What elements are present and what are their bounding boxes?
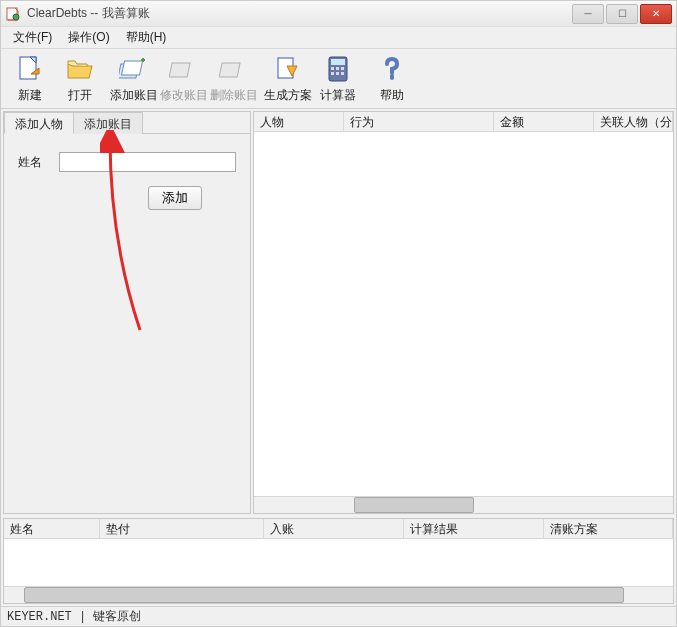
maximize-button[interactable]: ☐ [606, 4, 638, 24]
svg-rect-14 [336, 67, 339, 70]
bcol-name[interactable]: 姓名 [4, 519, 100, 538]
menu-action[interactable]: 操作(O) [60, 27, 117, 48]
add-entry-icon [118, 53, 150, 85]
right-grid-body [254, 132, 673, 496]
generate-plan-icon [272, 53, 304, 85]
svg-rect-8 [219, 63, 240, 77]
statusbar: KEYER.NET | 键客原创 [1, 606, 676, 626]
app-icon [5, 6, 21, 22]
open-icon [64, 53, 96, 85]
svg-rect-15 [341, 67, 344, 70]
bcol-result[interactable]: 计算结果 [404, 519, 544, 538]
svg-rect-7 [169, 63, 190, 77]
close-button[interactable]: ✕ [640, 4, 672, 24]
right-panel: 人物 行为 金额 关联人物（分 [253, 111, 674, 514]
tabstrip: 添加人物 添加账目 [4, 112, 250, 134]
tab-add-entry[interactable]: 添加账目 [73, 112, 143, 134]
delete-entry-button[interactable]: 删除账目 [209, 51, 258, 106]
edit-entry-icon [168, 53, 200, 85]
svg-rect-18 [341, 72, 344, 75]
bcol-plan[interactable]: 清账方案 [544, 519, 673, 538]
bottom-grid: 姓名 垫付 入账 计算结果 清账方案 [3, 518, 674, 604]
bottom-hscroll[interactable] [4, 586, 673, 603]
new-button[interactable]: 新建 [5, 51, 54, 106]
svg-rect-17 [336, 72, 339, 75]
bottom-grid-body [4, 539, 673, 586]
bcol-paid[interactable]: 垫付 [100, 519, 264, 538]
col-person[interactable]: 人物 [254, 112, 344, 131]
svg-point-1 [13, 14, 19, 20]
help-icon [376, 53, 408, 85]
svg-rect-12 [331, 59, 345, 65]
left-panel: 添加人物 添加账目 姓名 添加 [3, 111, 251, 514]
bottom-grid-header: 姓名 垫付 入账 计算结果 清账方案 [4, 519, 673, 539]
help-button[interactable]: 帮助 [367, 51, 416, 106]
svg-rect-6 [121, 61, 142, 75]
col-action[interactable]: 行为 [344, 112, 494, 131]
tab-add-person[interactable]: 添加人物 [4, 112, 74, 134]
generate-plan-button[interactable]: 生成方案 [263, 51, 312, 106]
add-button[interactable]: 添加 [148, 186, 202, 210]
svg-rect-16 [331, 72, 334, 75]
col-related[interactable]: 关联人物（分 [594, 112, 673, 131]
menubar: 文件(F) 操作(O) 帮助(H) [1, 27, 676, 49]
bcol-received[interactable]: 入账 [264, 519, 404, 538]
svg-rect-13 [331, 67, 334, 70]
open-button[interactable]: 打开 [55, 51, 104, 106]
titlebar: ClearDebts -- 我善算账 ─ ☐ ✕ [1, 1, 676, 27]
toolbar: 新建 打开 添加账目 修改账目 删除账目 生成方案 计算器 [1, 49, 676, 109]
new-icon [14, 53, 46, 85]
menu-file[interactable]: 文件(F) [5, 27, 60, 48]
menu-help[interactable]: 帮助(H) [118, 27, 175, 48]
calculator-button[interactable]: 计算器 [313, 51, 362, 106]
edit-entry-button[interactable]: 修改账目 [159, 51, 208, 106]
window-title: ClearDebts -- 我善算账 [27, 5, 570, 22]
delete-entry-icon [218, 53, 250, 85]
minimize-button[interactable]: ─ [572, 4, 604, 24]
right-hscroll[interactable] [254, 496, 673, 513]
right-grid-header: 人物 行为 金额 关联人物（分 [254, 112, 673, 132]
calculator-icon [322, 53, 354, 85]
name-input[interactable] [59, 152, 236, 172]
tab-content-add-person: 姓名 添加 [4, 134, 250, 513]
name-label: 姓名 [18, 154, 59, 171]
col-amount[interactable]: 金额 [494, 112, 594, 131]
add-entry-button[interactable]: 添加账目 [109, 51, 158, 106]
